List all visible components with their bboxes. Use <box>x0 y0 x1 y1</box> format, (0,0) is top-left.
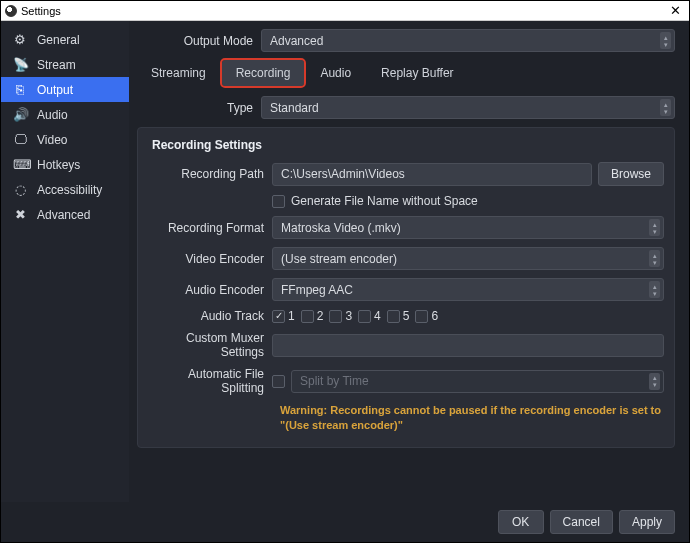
cancel-button[interactable]: Cancel <box>550 510 613 534</box>
track-3-checkbox[interactable] <box>329 310 342 323</box>
generate-filename-label: Generate File Name without Space <box>291 194 478 208</box>
sidebar: ⚙ General 📡 Stream ⎘ Output 🔊 Audio 🖵 Vi… <box>1 21 129 502</box>
type-value: Standard <box>270 101 319 115</box>
sidebar-item-label: Hotkeys <box>37 158 80 172</box>
apply-button[interactable]: Apply <box>619 510 675 534</box>
video-encoder-value: (Use stream encoder) <box>281 252 397 266</box>
output-mode-label: Output Mode <box>137 34 261 48</box>
track-6-checkbox[interactable] <box>415 310 428 323</box>
output-tabs: Streaming Recording Audio Replay Buffer <box>137 60 675 86</box>
gear-icon: ⚙ <box>13 32 27 47</box>
sidebar-item-label: General <box>37 33 80 47</box>
browse-button[interactable]: Browse <box>598 162 664 186</box>
tab-streaming[interactable]: Streaming <box>137 60 220 86</box>
dropdown-icon: ▴▾ <box>660 32 671 49</box>
title-bar: Settings ✕ <box>1 1 689 21</box>
output-icon: ⎘ <box>13 82 27 97</box>
track-1-checkbox[interactable] <box>272 310 285 323</box>
muxer-settings-label: Custom Muxer Settings <box>148 331 272 359</box>
track-4-checkbox[interactable] <box>358 310 371 323</box>
sidebar-item-audio[interactable]: 🔊 Audio <box>1 102 129 127</box>
recording-format-label: Recording Format <box>148 221 272 235</box>
encoder-warning: Warning: Recordings cannot be paused if … <box>280 403 664 433</box>
audio-encoder-value: FFmpeg AAC <box>281 283 353 297</box>
tools-icon: ✖ <box>13 207 27 222</box>
video-encoder-select[interactable]: (Use stream encoder) ▴▾ <box>272 247 664 270</box>
output-mode-select[interactable]: Advanced ▴▾ <box>261 29 675 52</box>
recording-path-input[interactable]: C:\Users\Admin\Videos <box>272 163 592 186</box>
track-5-checkbox[interactable] <box>387 310 400 323</box>
audio-track-label: Audio Track <box>148 309 272 323</box>
speaker-icon: 🔊 <box>13 107 27 122</box>
keyboard-icon: ⌨ <box>13 157 27 172</box>
app-icon <box>5 5 17 17</box>
recording-settings-panel: Recording Settings Recording Path C:\Use… <box>137 127 675 448</box>
recording-format-value: Matroska Video (.mkv) <box>281 221 401 235</box>
muxer-settings-input[interactable] <box>272 334 664 357</box>
dropdown-icon: ▴▾ <box>660 99 671 116</box>
accessibility-icon: ◌ <box>13 182 27 197</box>
audio-encoder-label: Audio Encoder <box>148 283 272 297</box>
dropdown-icon: ▴▾ <box>649 281 660 298</box>
close-icon[interactable]: ✕ <box>665 4 685 17</box>
antenna-icon: 📡 <box>13 57 27 72</box>
dropdown-icon: ▴▾ <box>649 219 660 236</box>
main-panel: Output Mode Advanced ▴▾ Streaming Record… <box>129 21 689 502</box>
sidebar-item-hotkeys[interactable]: ⌨ Hotkeys <box>1 152 129 177</box>
track-2-checkbox[interactable] <box>301 310 314 323</box>
auto-split-value: Split by Time <box>300 374 369 388</box>
recording-path-value: C:\Users\Admin\Videos <box>281 167 405 181</box>
auto-split-select: Split by Time ▴▾ <box>291 370 664 393</box>
sidebar-item-stream[interactable]: 📡 Stream <box>1 52 129 77</box>
recording-path-label: Recording Path <box>148 167 272 181</box>
sidebar-item-accessibility[interactable]: ◌ Accessibility <box>1 177 129 202</box>
sidebar-item-label: Output <box>37 83 73 97</box>
sidebar-item-label: Advanced <box>37 208 90 222</box>
auto-split-label: Automatic File Splitting <box>148 367 272 395</box>
sidebar-item-label: Stream <box>37 58 76 72</box>
tab-replay-buffer[interactable]: Replay Buffer <box>367 60 468 86</box>
sidebar-item-label: Video <box>37 133 67 147</box>
output-mode-value: Advanced <box>270 34 323 48</box>
tab-recording[interactable]: Recording <box>222 60 305 86</box>
audio-track-group: 1 2 3 4 5 6 <box>272 309 664 323</box>
dialog-footer: OK Cancel Apply <box>1 502 689 542</box>
window-title: Settings <box>21 5 665 17</box>
sidebar-item-advanced[interactable]: ✖ Advanced <box>1 202 129 227</box>
monitor-icon: 🖵 <box>13 132 27 147</box>
tab-audio[interactable]: Audio <box>306 60 365 86</box>
generate-filename-checkbox[interactable] <box>272 195 285 208</box>
type-select[interactable]: Standard ▴▾ <box>261 96 675 119</box>
auto-split-checkbox[interactable] <box>272 375 285 388</box>
audio-encoder-select[interactable]: FFmpeg AAC ▴▾ <box>272 278 664 301</box>
ok-button[interactable]: OK <box>498 510 544 534</box>
dropdown-icon: ▴▾ <box>649 250 660 267</box>
dropdown-icon: ▴▾ <box>649 373 660 390</box>
sidebar-item-general[interactable]: ⚙ General <box>1 27 129 52</box>
sidebar-item-output[interactable]: ⎘ Output <box>1 77 129 102</box>
recording-format-select[interactable]: Matroska Video (.mkv) ▴▾ <box>272 216 664 239</box>
sidebar-item-video[interactable]: 🖵 Video <box>1 127 129 152</box>
sidebar-item-label: Audio <box>37 108 68 122</box>
sidebar-item-label: Accessibility <box>37 183 102 197</box>
panel-title: Recording Settings <box>152 138 664 152</box>
type-label: Type <box>137 101 261 115</box>
video-encoder-label: Video Encoder <box>148 252 272 266</box>
